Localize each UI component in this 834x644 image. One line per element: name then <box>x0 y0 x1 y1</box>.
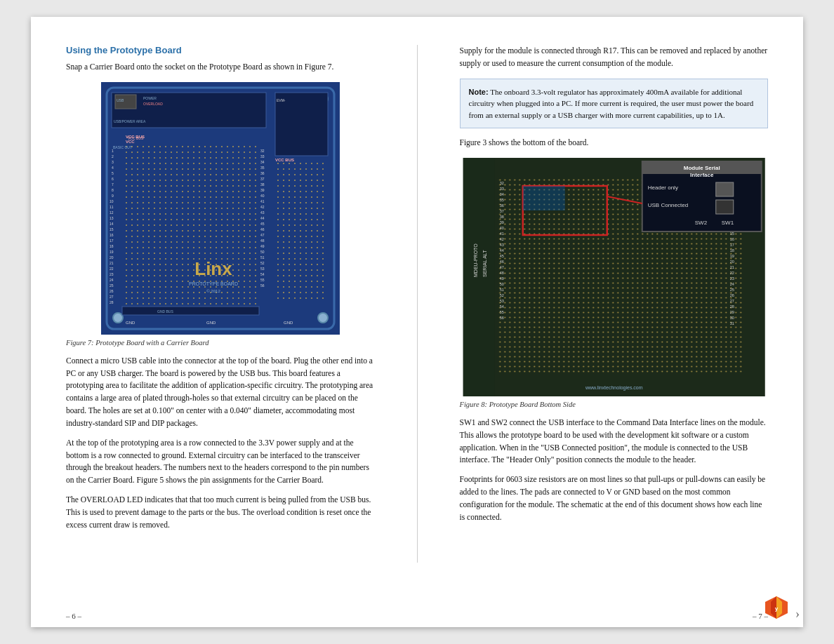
svg-text:52: 52 <box>499 293 503 297</box>
right-para2: SW1 and SW2 connect the USB interface to… <box>460 417 769 467</box>
svg-text:SERIAL ALT: SERIAL ALT <box>482 250 486 277</box>
svg-text:27: 27 <box>729 299 734 303</box>
next-page-arrow[interactable]: › <box>795 607 800 622</box>
svg-text:19: 19 <box>110 250 114 254</box>
svg-rect-86 <box>463 158 494 396</box>
svg-text:10: 10 <box>110 199 114 203</box>
page-footer: – 6 – – 7 – y › <box>31 605 803 627</box>
svg-text:9: 9 <box>112 194 114 198</box>
svg-text:21: 21 <box>110 261 114 265</box>
svg-rect-73 <box>122 307 259 315</box>
svg-text:VCC BUS: VCC BUS <box>275 158 294 162</box>
svg-text:38: 38 <box>499 215 503 219</box>
left-para1: Connect a micro USB cable into the conne… <box>66 355 375 430</box>
figure7-caption: Figure 7: Prototype Board with a Carrier… <box>66 339 375 347</box>
svg-text:14: 14 <box>110 222 114 226</box>
figure8-container: MDEU-PROTO SERIAL ALT 323334 353637 3839… <box>460 158 769 408</box>
svg-text:MDEU-PROTO: MDEU-PROTO <box>472 243 477 277</box>
svg-text:48: 48 <box>499 271 503 275</box>
svg-text:16: 16 <box>110 233 114 237</box>
svg-text:44: 44 <box>499 248 503 253</box>
note-label: Note: <box>469 88 489 96</box>
svg-text:31: 31 <box>729 321 734 326</box>
left-column: Using the Prototype Board Snap a Carrier… <box>66 45 375 563</box>
svg-text:55: 55 <box>260 278 265 282</box>
svg-text:19: 19 <box>729 254 734 258</box>
svg-text:53: 53 <box>260 267 265 271</box>
svg-text:17: 17 <box>729 243 734 247</box>
svg-text:49: 49 <box>260 244 265 248</box>
right-column: Supply for the module is connected throu… <box>460 45 769 563</box>
left-para3: The OVERLOAD LED indicates that that too… <box>66 494 375 531</box>
svg-text:3: 3 <box>112 160 114 164</box>
svg-text:4: 4 <box>112 166 114 170</box>
section-title: Using the Prototype Board <box>66 45 375 55</box>
svg-text:POWER: POWER <box>143 96 157 100</box>
svg-text:y: y <box>775 605 779 612</box>
left-page-number: – 6 – <box>66 612 81 620</box>
svg-text:56: 56 <box>260 283 265 288</box>
svg-text:28: 28 <box>110 300 114 304</box>
svg-text:29: 29 <box>729 310 734 314</box>
svg-text:47: 47 <box>499 265 503 269</box>
svg-text:GND: GND <box>206 321 216 325</box>
figure8-intro: Figure 3 shows the bottom of the board. <box>460 137 769 149</box>
svg-text:54: 54 <box>499 304 503 309</box>
svg-text:© 2012: © 2012 <box>206 289 220 293</box>
svg-text:45: 45 <box>499 254 503 258</box>
svg-text:25: 25 <box>110 283 114 288</box>
svg-text:21: 21 <box>729 265 734 269</box>
svg-text:39: 39 <box>499 220 503 224</box>
figure7-container: USB POWER OVERLOAD USB/POWER AREA EVM- V… <box>66 82 375 347</box>
svg-text:47: 47 <box>260 233 265 237</box>
svg-text:8: 8 <box>112 188 114 192</box>
svg-text:23: 23 <box>110 272 114 276</box>
svg-text:55: 55 <box>499 310 503 314</box>
svg-text:2: 2 <box>112 154 114 159</box>
svg-text:GND: GND <box>284 321 293 325</box>
figure8-image: MDEU-PROTO SERIAL ALT 323334 353637 3839… <box>460 158 769 396</box>
svg-text:16: 16 <box>729 237 734 241</box>
svg-text:38: 38 <box>260 182 265 187</box>
svg-text:GND: GND <box>126 321 135 325</box>
svg-text:32: 32 <box>499 181 503 185</box>
svg-text:Header only: Header only <box>647 185 677 191</box>
svg-text:33: 33 <box>499 187 503 191</box>
svg-rect-152 <box>522 186 564 210</box>
svg-text:51: 51 <box>260 255 265 260</box>
svg-text:46: 46 <box>260 227 265 232</box>
column-divider <box>417 45 418 563</box>
svg-text:SW1: SW1 <box>721 220 734 226</box>
svg-text:42: 42 <box>260 205 265 209</box>
svg-text:12: 12 <box>110 210 114 215</box>
svg-text:Interface: Interface <box>690 172 714 178</box>
left-para2: At the top of the prototyping area is a … <box>66 437 375 487</box>
svg-text:25: 25 <box>729 288 734 292</box>
svg-text:Module Serial: Module Serial <box>683 165 720 171</box>
note-box: Note: The onboard 3.3-volt regulator has… <box>460 79 769 129</box>
svg-text:Linx: Linx <box>194 258 232 279</box>
page-container: Using the Prototype Board Snap a Carrier… <box>31 17 803 627</box>
svg-text:27: 27 <box>110 295 114 299</box>
svg-text:SW2: SW2 <box>694 220 707 226</box>
svg-text:50: 50 <box>499 282 503 286</box>
svg-text:41: 41 <box>499 232 503 236</box>
svg-text:24: 24 <box>110 278 114 282</box>
svg-text:OVERLOAD: OVERLOAD <box>143 102 163 106</box>
svg-text:43: 43 <box>499 243 503 247</box>
svg-text:37: 37 <box>499 209 503 213</box>
figure8-caption: Figure 8: Prototype Board Bottom Side <box>460 401 769 408</box>
svg-rect-71 <box>275 163 328 303</box>
svg-text:34: 34 <box>499 192 503 196</box>
svg-text:VCC BUS: VCC BUS <box>128 136 144 140</box>
svg-text:36: 36 <box>499 203 503 208</box>
svg-rect-145 <box>715 182 733 196</box>
svg-text:40: 40 <box>499 226 503 230</box>
footer-logo: y <box>764 595 789 620</box>
svg-text:22: 22 <box>729 271 734 275</box>
svg-text:33: 33 <box>260 154 265 159</box>
svg-text:20: 20 <box>110 255 114 260</box>
svg-text:5: 5 <box>112 171 114 175</box>
svg-text:42: 42 <box>499 237 503 241</box>
svg-text:20: 20 <box>729 260 734 264</box>
